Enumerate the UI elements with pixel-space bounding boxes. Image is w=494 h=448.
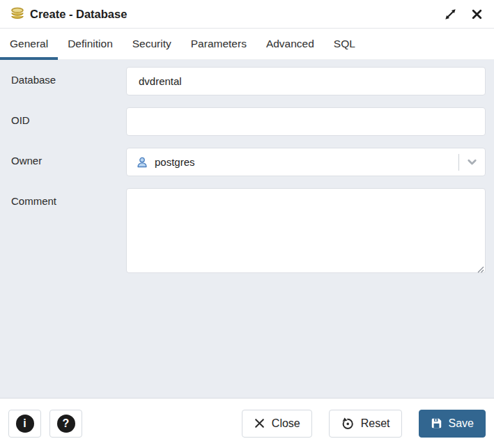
tab-bar: General Definition Security Parameters A… xyxy=(0,29,494,60)
comment-textarea[interactable] xyxy=(126,188,486,273)
floppy-icon xyxy=(431,417,442,429)
reset-button[interactable]: Reset xyxy=(329,410,402,438)
undo-icon xyxy=(341,417,355,431)
select-divider xyxy=(458,154,459,171)
oid-label: OID xyxy=(11,107,126,136)
form-row-database: Database xyxy=(11,67,486,95)
help-icon: ? xyxy=(57,415,75,433)
resize-grip[interactable] xyxy=(476,263,484,272)
x-icon xyxy=(254,417,265,429)
expand-icon xyxy=(444,8,457,21)
tab-security[interactable]: Security xyxy=(123,29,181,59)
close-dialog-button[interactable] xyxy=(469,6,484,22)
footer-bar: i ? Close Reset xyxy=(0,398,494,448)
create-database-dialog: Create - Database General Definition Sec… xyxy=(0,0,494,448)
form-row-owner: Owner postgres xyxy=(11,148,486,176)
tab-parameters[interactable]: Parameters xyxy=(181,29,256,59)
owner-label: Owner xyxy=(11,148,126,176)
general-tab-panel: Database OID Owner xyxy=(0,60,494,398)
dialog-help-button[interactable]: ? xyxy=(49,410,82,438)
chevron-down-icon xyxy=(465,155,479,169)
owner-select[interactable]: postgres xyxy=(126,148,486,176)
database-name-input[interactable] xyxy=(126,67,486,95)
titlebar: Create - Database xyxy=(0,0,494,29)
form-row-oid: OID xyxy=(11,107,486,136)
tab-definition[interactable]: Definition xyxy=(58,29,123,59)
tab-sql[interactable]: SQL xyxy=(324,29,365,59)
comment-label: Comment xyxy=(11,188,126,273)
maximize-button[interactable] xyxy=(442,6,458,22)
info-icon: i xyxy=(16,415,34,433)
database-icon xyxy=(10,7,25,22)
form-row-comment: Comment xyxy=(11,188,486,273)
sql-help-button[interactable]: i xyxy=(8,410,41,438)
tab-general[interactable]: General xyxy=(0,29,58,59)
tab-advanced[interactable]: Advanced xyxy=(256,29,324,59)
database-label: Database xyxy=(11,67,126,95)
owner-selected-value: postgres xyxy=(155,156,195,168)
close-icon xyxy=(471,8,483,20)
close-button[interactable]: Close xyxy=(242,410,312,438)
oid-input[interactable] xyxy=(126,107,486,136)
dialog-title: Create - Database xyxy=(30,8,127,21)
user-icon xyxy=(136,156,148,169)
save-button[interactable]: Save xyxy=(419,410,486,438)
